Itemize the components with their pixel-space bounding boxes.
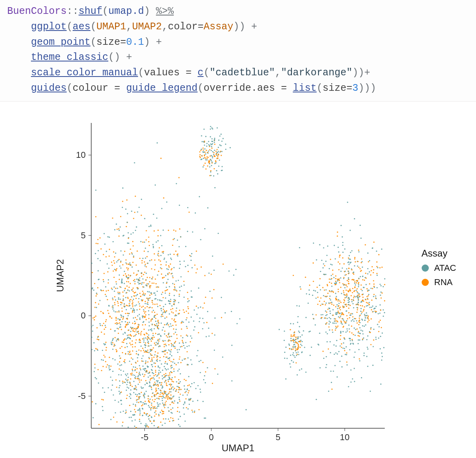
svg-point-2775 xyxy=(103,279,104,280)
svg-point-2019 xyxy=(173,320,175,321)
svg-point-2701 xyxy=(165,404,166,406)
svg-point-2496 xyxy=(366,302,367,303)
svg-point-798 xyxy=(160,255,161,256)
svg-point-1392 xyxy=(350,259,351,260)
svg-point-804 xyxy=(121,307,123,309)
svg-point-1535 xyxy=(171,384,172,385)
svg-point-1965 xyxy=(136,328,138,329)
svg-point-2309 xyxy=(301,351,303,353)
svg-point-987 xyxy=(231,345,232,346)
svg-point-2454 xyxy=(127,298,129,299)
svg-point-167 xyxy=(115,412,116,413)
svg-point-2318 xyxy=(97,337,98,338)
svg-point-221 xyxy=(177,352,178,353)
svg-point-1089 xyxy=(356,296,357,297)
svg-point-1079 xyxy=(378,331,379,332)
svg-point-1800 xyxy=(215,161,217,162)
svg-point-2599 xyxy=(200,372,201,373)
svg-point-765 xyxy=(162,370,163,371)
svg-point-1680 xyxy=(345,295,346,296)
svg-point-2545 xyxy=(203,322,205,324)
svg-point-1242 xyxy=(113,286,115,287)
svg-point-313 xyxy=(150,399,151,400)
svg-point-2053 xyxy=(205,159,206,160)
svg-point-474 xyxy=(368,295,369,296)
svg-point-2337 xyxy=(305,372,307,373)
svg-point-2650 xyxy=(132,253,133,255)
svg-point-1822 xyxy=(147,263,148,264)
svg-point-1385 xyxy=(114,229,115,230)
svg-point-1440 xyxy=(331,389,332,390)
svg-point-475 xyxy=(143,376,144,377)
svg-point-2020 xyxy=(129,262,131,263)
svg-point-38 xyxy=(346,293,347,295)
svg-point-1548 xyxy=(174,318,175,320)
svg-point-1339 xyxy=(179,401,180,402)
svg-point-2278 xyxy=(144,412,145,413)
svg-point-565 xyxy=(161,208,162,209)
svg-point-1042 xyxy=(370,328,371,330)
svg-point-1782 xyxy=(203,158,204,159)
svg-point-444 xyxy=(174,388,175,389)
svg-point-2404 xyxy=(202,318,203,319)
svg-point-1321 xyxy=(334,354,335,355)
svg-point-427 xyxy=(362,305,363,307)
svg-point-2676 xyxy=(127,337,128,339)
svg-point-2702 xyxy=(126,267,127,268)
svg-point-911 xyxy=(324,265,325,266)
svg-point-968 xyxy=(138,298,139,299)
svg-point-1458 xyxy=(178,397,180,398)
svg-point-2196 xyxy=(362,266,363,268)
svg-point-1746 xyxy=(171,367,172,368)
svg-point-1689 xyxy=(211,127,213,128)
svg-point-57 xyxy=(376,306,377,307)
svg-point-597 xyxy=(144,374,146,375)
svg-point-1752 xyxy=(329,290,330,291)
svg-point-2124 xyxy=(165,380,166,381)
svg-point-1307 xyxy=(110,376,111,378)
svg-point-2490 xyxy=(356,304,357,305)
svg-point-2693 xyxy=(126,390,127,391)
svg-point-453 xyxy=(140,369,141,370)
svg-point-2567 xyxy=(326,284,328,285)
svg-point-1280 xyxy=(136,389,137,390)
svg-point-361 xyxy=(384,284,385,285)
svg-point-2336 xyxy=(334,365,336,366)
svg-point-634 xyxy=(153,385,154,386)
svg-point-544 xyxy=(185,266,186,267)
svg-point-1386 xyxy=(146,306,148,307)
svg-point-1038 xyxy=(124,251,125,252)
svg-point-1861 xyxy=(159,370,160,371)
svg-point-2048 xyxy=(154,399,155,400)
svg-point-2209 xyxy=(382,292,383,293)
svg-point-2287 xyxy=(160,390,161,391)
svg-point-312 xyxy=(194,326,195,328)
svg-point-2009 xyxy=(142,338,143,339)
svg-point-2739 xyxy=(121,346,123,347)
svg-point-2486 xyxy=(348,283,349,284)
svg-point-2390 xyxy=(338,278,340,280)
svg-point-2239 xyxy=(370,391,371,392)
svg-point-2097 xyxy=(142,282,143,283)
svg-point-999 xyxy=(342,267,343,268)
svg-point-2101 xyxy=(168,300,169,301)
svg-point-2122 xyxy=(346,364,347,366)
svg-point-2774 xyxy=(345,284,347,286)
svg-point-2156 xyxy=(340,345,341,347)
svg-point-1645 xyxy=(138,331,139,332)
svg-point-47 xyxy=(148,398,149,399)
svg-point-692 xyxy=(162,398,163,399)
svg-point-2054 xyxy=(152,355,153,356)
svg-point-1041 xyxy=(163,306,164,307)
svg-point-707 xyxy=(112,299,113,300)
svg-point-1602 xyxy=(125,379,127,380)
svg-point-2726 xyxy=(380,309,381,310)
svg-point-906 xyxy=(145,426,146,427)
svg-point-743 xyxy=(355,296,356,297)
svg-point-1573 xyxy=(143,341,144,343)
svg-point-2534 xyxy=(167,399,168,400)
svg-point-164 xyxy=(344,321,345,322)
svg-point-1450 xyxy=(211,146,212,147)
svg-point-1839 xyxy=(197,400,198,401)
svg-point-1176 xyxy=(357,261,359,262)
